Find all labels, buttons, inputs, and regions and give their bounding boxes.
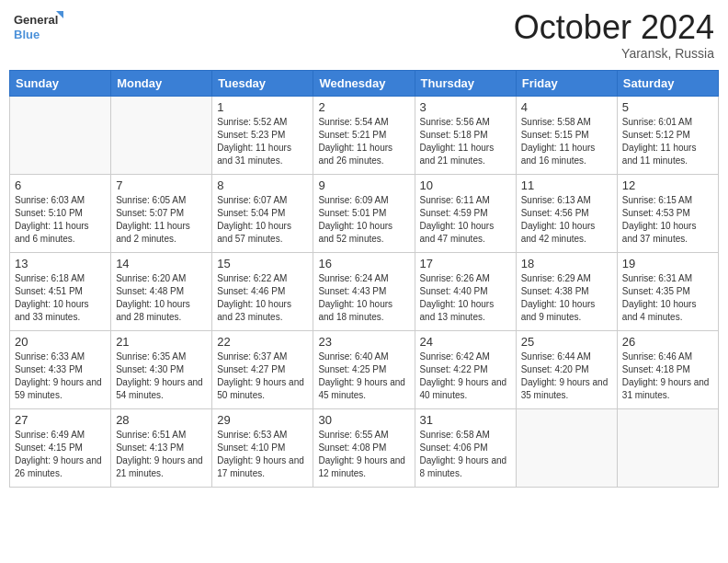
column-header-tuesday: Tuesday xyxy=(212,70,313,96)
day-number: 14 xyxy=(116,257,207,270)
day-cell-28: 28Sunrise: 6:51 AMSunset: 4:13 PMDayligh… xyxy=(111,408,212,487)
day-info: Sunrise: 6:18 AMSunset: 4:51 PMDaylight:… xyxy=(15,272,106,324)
day-number: 11 xyxy=(521,178,612,192)
day-cell-5: 5Sunrise: 6:01 AMSunset: 5:12 PMDaylight… xyxy=(617,96,718,174)
day-info: Sunrise: 6:20 AMSunset: 4:48 PMDaylight:… xyxy=(116,272,207,324)
svg-text:General: General xyxy=(14,13,58,27)
day-info: Sunrise: 6:01 AMSunset: 5:12 PMDaylight:… xyxy=(622,116,713,167)
day-number: 8 xyxy=(217,178,308,192)
day-cell-18: 18Sunrise: 6:29 AMSunset: 4:38 PMDayligh… xyxy=(516,252,617,330)
day-number: 24 xyxy=(420,335,511,349)
day-cell-9: 9Sunrise: 6:09 AMSunset: 5:01 PMDaylight… xyxy=(313,174,415,252)
day-info: Sunrise: 5:54 AMSunset: 5:21 PMDaylight:… xyxy=(318,116,409,167)
day-info: Sunrise: 6:55 AMSunset: 4:08 PMDaylight:… xyxy=(318,429,409,480)
day-cell-29: 29Sunrise: 6:53 AMSunset: 4:10 PMDayligh… xyxy=(212,408,313,487)
day-cell-24: 24Sunrise: 6:42 AMSunset: 4:22 PMDayligh… xyxy=(415,330,516,408)
week-row-3: 13Sunrise: 6:18 AMSunset: 4:51 PMDayligh… xyxy=(10,252,719,330)
day-info: Sunrise: 6:35 AMSunset: 4:30 PMDaylight:… xyxy=(116,350,207,402)
day-cell-6: 6Sunrise: 6:03 AMSunset: 5:10 PMDaylight… xyxy=(10,174,111,252)
day-number: 7 xyxy=(116,178,207,192)
day-number: 13 xyxy=(15,257,106,270)
day-info: Sunrise: 6:15 AMSunset: 4:53 PMDaylight:… xyxy=(622,194,713,246)
day-info: Sunrise: 6:22 AMSunset: 4:46 PMDaylight:… xyxy=(217,272,308,324)
day-cell-10: 10Sunrise: 6:11 AMSunset: 4:59 PMDayligh… xyxy=(415,174,516,252)
day-number: 3 xyxy=(420,100,511,114)
week-row-4: 20Sunrise: 6:33 AMSunset: 4:33 PMDayligh… xyxy=(10,330,719,408)
column-header-monday: Monday xyxy=(111,70,212,96)
week-row-2: 6Sunrise: 6:03 AMSunset: 5:10 PMDaylight… xyxy=(10,174,719,252)
day-info: Sunrise: 6:07 AMSunset: 5:04 PMDaylight:… xyxy=(217,194,308,246)
day-cell-15: 15Sunrise: 6:22 AMSunset: 4:46 PMDayligh… xyxy=(212,252,313,330)
day-number: 15 xyxy=(217,257,308,270)
day-number: 1 xyxy=(217,100,308,114)
calendar-table: SundayMondayTuesdayWednesdayThursdayFrid… xyxy=(9,70,719,488)
day-info: Sunrise: 6:03 AMSunset: 5:10 PMDaylight:… xyxy=(15,194,106,246)
day-info: Sunrise: 6:05 AMSunset: 5:07 PMDaylight:… xyxy=(116,194,207,246)
column-header-wednesday: Wednesday xyxy=(313,70,415,96)
day-cell-1: 1Sunrise: 5:52 AMSunset: 5:23 PMDaylight… xyxy=(212,96,313,174)
day-info: Sunrise: 6:13 AMSunset: 4:56 PMDaylight:… xyxy=(521,194,612,246)
day-cell-19: 19Sunrise: 6:31 AMSunset: 4:35 PMDayligh… xyxy=(617,252,718,330)
svg-text:Blue: Blue xyxy=(14,28,40,41)
day-info: Sunrise: 6:37 AMSunset: 4:27 PMDaylight:… xyxy=(217,350,308,402)
day-number: 16 xyxy=(318,257,409,270)
header-row: SundayMondayTuesdayWednesdayThursdayFrid… xyxy=(10,70,719,96)
day-info: Sunrise: 6:33 AMSunset: 4:33 PMDaylight:… xyxy=(15,350,106,402)
day-cell-31: 31Sunrise: 6:58 AMSunset: 4:06 PMDayligh… xyxy=(415,408,516,487)
day-cell-22: 22Sunrise: 6:37 AMSunset: 4:27 PMDayligh… xyxy=(212,330,313,408)
day-number: 5 xyxy=(622,100,713,114)
day-cell-11: 11Sunrise: 6:13 AMSunset: 4:56 PMDayligh… xyxy=(516,174,617,252)
day-number: 22 xyxy=(217,335,308,349)
day-info: Sunrise: 6:44 AMSunset: 4:20 PMDaylight:… xyxy=(521,350,612,402)
day-cell-16: 16Sunrise: 6:24 AMSunset: 4:43 PMDayligh… xyxy=(313,252,415,330)
column-header-saturday: Saturday xyxy=(617,70,718,96)
day-info: Sunrise: 5:52 AMSunset: 5:23 PMDaylight:… xyxy=(217,116,308,167)
day-number: 10 xyxy=(420,178,511,192)
day-info: Sunrise: 6:31 AMSunset: 4:35 PMDaylight:… xyxy=(622,272,713,324)
day-info: Sunrise: 6:24 AMSunset: 4:43 PMDaylight:… xyxy=(318,272,409,324)
day-cell-13: 13Sunrise: 6:18 AMSunset: 4:51 PMDayligh… xyxy=(10,252,111,330)
day-info: Sunrise: 5:56 AMSunset: 5:18 PMDaylight:… xyxy=(420,116,511,167)
logo: General Blue xyxy=(14,9,64,46)
day-cell-21: 21Sunrise: 6:35 AMSunset: 4:30 PMDayligh… xyxy=(111,330,212,408)
day-cell-17: 17Sunrise: 6:26 AMSunset: 4:40 PMDayligh… xyxy=(415,252,516,330)
day-number: 19 xyxy=(622,257,713,270)
day-cell-20: 20Sunrise: 6:33 AMSunset: 4:33 PMDayligh… xyxy=(10,330,111,408)
week-row-5: 27Sunrise: 6:49 AMSunset: 4:15 PMDayligh… xyxy=(10,408,719,487)
day-number: 29 xyxy=(217,413,308,427)
month-title: October 2024 xyxy=(514,9,714,46)
day-cell-2: 2Sunrise: 5:54 AMSunset: 5:21 PMDaylight… xyxy=(313,96,415,174)
day-info: Sunrise: 6:40 AMSunset: 4:25 PMDaylight:… xyxy=(318,350,409,402)
day-number: 12 xyxy=(622,178,713,192)
day-number: 6 xyxy=(15,178,106,192)
day-number: 18 xyxy=(521,257,612,270)
day-number: 23 xyxy=(318,335,409,349)
day-cell-23: 23Sunrise: 6:40 AMSunset: 4:25 PMDayligh… xyxy=(313,330,415,408)
day-number: 17 xyxy=(420,257,511,270)
week-row-1: 1Sunrise: 5:52 AMSunset: 5:23 PMDaylight… xyxy=(10,96,719,174)
day-cell-14: 14Sunrise: 6:20 AMSunset: 4:48 PMDayligh… xyxy=(111,252,212,330)
title-area: October 2024 Yaransk, Russia xyxy=(514,9,714,61)
day-info: Sunrise: 6:29 AMSunset: 4:38 PMDaylight:… xyxy=(521,272,612,324)
day-number: 28 xyxy=(116,413,207,427)
day-number: 9 xyxy=(318,178,409,192)
day-cell-8: 8Sunrise: 6:07 AMSunset: 5:04 PMDaylight… xyxy=(212,174,313,252)
empty-cell xyxy=(10,96,111,174)
day-info: Sunrise: 6:53 AMSunset: 4:10 PMDaylight:… xyxy=(217,429,308,480)
day-info: Sunrise: 6:09 AMSunset: 5:01 PMDaylight:… xyxy=(318,194,409,246)
location: Yaransk, Russia xyxy=(514,46,714,61)
day-number: 4 xyxy=(521,100,612,114)
logo-svg: General Blue xyxy=(14,9,64,46)
day-cell-30: 30Sunrise: 6:55 AMSunset: 4:08 PMDayligh… xyxy=(313,408,415,487)
day-cell-12: 12Sunrise: 6:15 AMSunset: 4:53 PMDayligh… xyxy=(617,174,718,252)
empty-cell xyxy=(617,408,718,487)
column-header-friday: Friday xyxy=(516,70,617,96)
day-number: 21 xyxy=(116,335,207,349)
day-info: Sunrise: 6:49 AMSunset: 4:15 PMDaylight:… xyxy=(15,429,106,480)
column-header-thursday: Thursday xyxy=(415,70,516,96)
day-info: Sunrise: 6:11 AMSunset: 4:59 PMDaylight:… xyxy=(420,194,511,246)
day-info: Sunrise: 6:42 AMSunset: 4:22 PMDaylight:… xyxy=(420,350,511,402)
day-info: Sunrise: 6:46 AMSunset: 4:18 PMDaylight:… xyxy=(622,350,713,402)
day-info: Sunrise: 6:51 AMSunset: 4:13 PMDaylight:… xyxy=(116,429,207,480)
day-cell-26: 26Sunrise: 6:46 AMSunset: 4:18 PMDayligh… xyxy=(617,330,718,408)
